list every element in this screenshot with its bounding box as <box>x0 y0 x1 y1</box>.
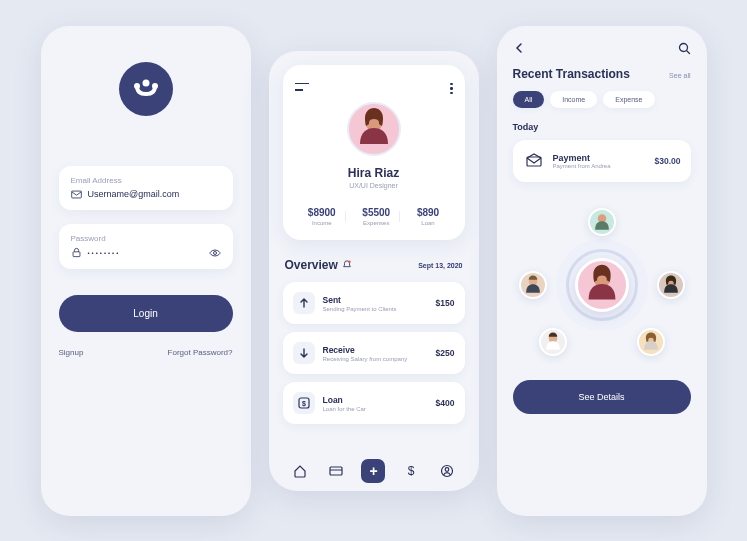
menu-icon[interactable] <box>295 83 309 91</box>
back-icon[interactable] <box>513 42 525 54</box>
arrow-down-icon <box>293 342 315 364</box>
stat-loan: $890Loan <box>417 207 439 226</box>
contact-avatar[interactable] <box>588 208 616 236</box>
eye-icon[interactable] <box>209 247 221 259</box>
contact-avatar[interactable] <box>657 271 685 299</box>
svg-rect-17 <box>527 157 541 166</box>
stat-expenses: $5500Expenses <box>362 207 390 226</box>
svg-text:$: $ <box>408 464 415 478</box>
login-button[interactable]: Login <box>59 295 233 332</box>
svg-point-5 <box>213 251 216 254</box>
recent-title: Recent Transactions <box>513 67 630 81</box>
see-details-button[interactable]: See Details <box>513 380 691 414</box>
bottom-nav: + $ <box>283 449 465 483</box>
password-label: Password <box>71 234 221 243</box>
today-label: Today <box>513 122 691 132</box>
password-field[interactable]: Password •••••••• <box>59 224 233 269</box>
filter-tabs: All Income Expense <box>513 91 691 108</box>
login-screen: Email Address Username@gmail.com Passwor… <box>41 26 251 516</box>
profile-card: Hira Riaz UX/UI Designer $8900Income $55… <box>283 65 465 241</box>
svg-point-2 <box>152 83 158 89</box>
svg-rect-3 <box>71 191 81 198</box>
email-value: Username@gmail.com <box>88 189 180 199</box>
more-icon[interactable] <box>450 83 453 95</box>
svg-point-1 <box>134 83 140 89</box>
svg-rect-4 <box>73 252 80 257</box>
email-label: Email Address <box>71 176 221 185</box>
lock-icon <box>71 247 82 258</box>
contacts-circle <box>513 200 691 370</box>
tab-income[interactable]: Income <box>550 91 597 108</box>
svg-rect-10 <box>330 467 342 475</box>
tx-receive[interactable]: ReceiveReceiving Salary from company $25… <box>283 332 465 374</box>
main-avatar[interactable] <box>575 258 629 312</box>
svg-point-0 <box>142 79 149 86</box>
contact-avatar[interactable] <box>539 328 567 356</box>
svg-point-7 <box>348 260 351 263</box>
signup-link[interactable]: Signup <box>59 348 84 357</box>
payment-card[interactable]: PaymentPayment from Andrea $30.00 <box>513 140 691 182</box>
profile-name: Hira Riaz <box>295 166 453 180</box>
logo-icon <box>131 74 161 104</box>
nav-dollar-icon[interactable]: $ <box>401 461 421 481</box>
dollar-box-icon: $ <box>293 392 315 414</box>
svg-line-16 <box>686 50 689 53</box>
tab-expense[interactable]: Expense <box>603 91 654 108</box>
nav-home-icon[interactable] <box>290 461 310 481</box>
contact-avatar[interactable] <box>637 328 665 356</box>
profile-screen: Hira Riaz UX/UI Designer $8900Income $55… <box>269 51 479 491</box>
svg-point-14 <box>445 467 449 471</box>
stat-income: $8900Income <box>308 207 336 226</box>
tab-all[interactable]: All <box>513 91 545 108</box>
see-all-link[interactable]: See all <box>669 72 690 79</box>
arrow-up-icon <box>293 292 315 314</box>
contact-avatar[interactable] <box>519 271 547 299</box>
nav-add-button[interactable]: + <box>361 459 385 483</box>
overview-date: Sept 13, 2020 <box>418 262 462 269</box>
app-logo <box>119 62 173 116</box>
email-field[interactable]: Email Address Username@gmail.com <box>59 166 233 210</box>
envelope-icon <box>523 150 545 172</box>
overview-title: Overview <box>285 258 352 272</box>
profile-role: UX/UI Designer <box>295 182 453 189</box>
search-icon[interactable] <box>678 42 691 55</box>
tx-sent[interactable]: SentSending Payment to Clients $150 <box>283 282 465 324</box>
avatar[interactable] <box>347 102 401 156</box>
tx-loan[interactable]: $ LoanLoan for the Car $400 <box>283 382 465 424</box>
bell-icon[interactable] <box>342 260 352 270</box>
mail-icon <box>71 189 82 200</box>
nav-card-icon[interactable] <box>326 461 346 481</box>
transactions-screen: Recent Transactions See all All Income E… <box>497 26 707 516</box>
password-value: •••••••• <box>88 250 203 256</box>
svg-text:$: $ <box>302 400 306 408</box>
logo-wrap <box>59 62 233 116</box>
nav-profile-icon[interactable] <box>437 461 457 481</box>
forgot-password-link[interactable]: Forgot Password? <box>168 348 233 357</box>
